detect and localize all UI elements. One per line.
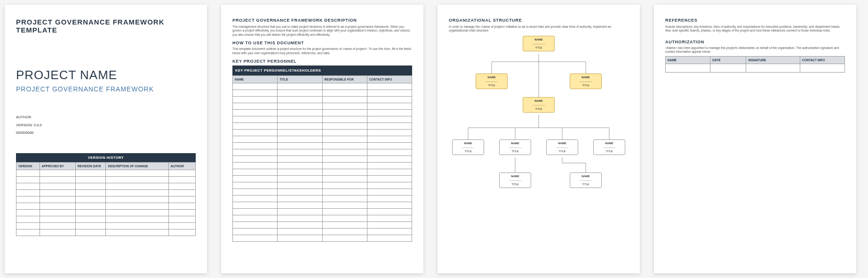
table-row (233, 229, 412, 235)
org-structure-text: In order to manage the <name of project>… (449, 25, 629, 33)
org-node-l1-left: NAME - - - - - - - - - - - - - TITLE (476, 74, 508, 89)
table-row (233, 202, 412, 209)
table-row (233, 235, 412, 242)
table-row (16, 196, 196, 203)
table-row (16, 183, 196, 189)
table-row (16, 176, 196, 183)
table-row (233, 83, 412, 90)
table-row (233, 176, 412, 182)
org-node-l1-right: NAME - - - - - - - - - - - - - TITLE (570, 74, 602, 89)
table-row (233, 209, 412, 215)
org-node-l2-center: NAME - - - - - - - - - - - - - TITLE (523, 97, 555, 113)
subtitle: PROJECT GOVERNANCE FRAMEWORK (16, 85, 196, 93)
vh-col-description: DESCRIPTION OF CHANGE (106, 162, 168, 170)
authorization-table: NAME DATE SIGNATURE CONTACT INFO (665, 56, 845, 73)
table-row (233, 97, 412, 103)
page-3-org-structure: ORGANIZATIONAL STRUCTURE In order to man… (438, 5, 640, 273)
org-chart: NAME - - - - - - - - - - - - - TITLE NAM… (449, 36, 629, 243)
auth-col-contact: CONTACT INFO (800, 56, 844, 64)
table-row (233, 136, 412, 143)
table-row (233, 156, 412, 163)
org-node-l3-4: NAME - - - - - - - - - - - - - TITLE (593, 139, 625, 155)
personnel-col-title: TITLE (278, 76, 322, 83)
vh-col-version: VERSION (16, 162, 40, 170)
personnel-col-responsible: RESPONSIBLE FOR (322, 76, 367, 83)
org-node-root: NAME - - - - - - - - - - - - - TITLE (523, 36, 555, 51)
version-label: VERSION: 0.0.0 (16, 122, 196, 130)
howto-text: This template document outlines a projec… (232, 47, 412, 55)
version-history-table: VERSION APPROVED BY REVISION DATE DESCRI… (16, 162, 196, 236)
org-node-l3-2: NAME - - - - - - - - - - - - - TITLE (499, 139, 531, 155)
references-heading: REFERENCES (665, 18, 845, 23)
table-row (233, 222, 412, 229)
table-row (233, 103, 412, 110)
personnel-table: NAME TITLE RESPONSIBLE FOR CONTACT INFO (232, 75, 412, 242)
table-row (16, 170, 196, 176)
table-row (233, 163, 412, 169)
table-row (233, 116, 412, 123)
vh-col-author: AUTHOR (168, 162, 195, 170)
personnel-col-name: NAME (233, 76, 278, 83)
table-row (233, 182, 412, 189)
vh-col-approved-by: APPROVED BY (40, 162, 75, 170)
org-node-l3-1: NAME - - - - - - - - - - - - - TITLE (452, 139, 484, 155)
table-row (233, 110, 412, 116)
table-row (233, 189, 412, 196)
auth-col-date: DATE (710, 56, 746, 64)
org-node-l4-2: NAME - - - - - - - - - - - - - TITLE (570, 172, 602, 188)
table-row (233, 169, 412, 176)
page-4-references: REFERENCES Include descriptions, key fun… (654, 5, 856, 273)
auth-col-signature: SIGNATURE (746, 56, 800, 64)
table-row (233, 90, 412, 97)
authorization-heading: AUTHORIZATION (665, 40, 845, 44)
org-structure-heading: ORGANIZATIONAL STRUCTURE (449, 18, 629, 23)
org-node-l4-1: NAME - - - - - - - - - - - - - TITLE (499, 172, 531, 188)
personnel-col-contact: CONTACT INFO (367, 76, 412, 83)
table-row (233, 196, 412, 202)
vh-col-revision-date: REVISION DATE (75, 162, 106, 170)
authorization-text: <Name> has been appointed to manage this… (665, 46, 845, 54)
howto-heading: HOW TO USE THIS DOCUMENT (232, 41, 412, 45)
table-row (233, 149, 412, 156)
version-history-title: VERSION HISTORY (16, 153, 196, 162)
description-heading: PROJECT GOVERNANCE FRAMEWORK DESCRIPTION (232, 18, 412, 23)
author-label: AUTHOR: (16, 114, 196, 122)
template-title: PROJECT GOVERNANCE FRAMEWORK TEMPLATE (16, 18, 196, 34)
page-2-description: PROJECT GOVERNANCE FRAMEWORK DESCRIPTION… (221, 5, 423, 273)
table-row (16, 209, 196, 216)
page-1-cover: PROJECT GOVERNANCE FRAMEWORK TEMPLATE PR… (5, 5, 207, 273)
date-label: 00/00/0000 (16, 129, 196, 137)
table-row (233, 215, 412, 222)
table-row (16, 222, 196, 229)
table-row (16, 189, 196, 196)
references-text: Include descriptions, key functions, lin… (665, 25, 845, 33)
table-row (666, 64, 845, 72)
personnel-heading: KEY PROJECT PERSONNEL (232, 59, 412, 64)
auth-col-name: NAME (666, 56, 710, 64)
table-row (16, 229, 196, 236)
org-node-l3-3: NAME - - - - - - - - - - - - - TITLE (546, 139, 578, 155)
table-row (233, 143, 412, 149)
table-row (16, 216, 196, 222)
table-row (16, 203, 196, 209)
personnel-table-title: KEY PROJECT PERSONNEL/STAKEHOLDERS (232, 65, 412, 75)
description-text: The management structure that you use to… (232, 25, 412, 37)
project-name-heading: PROJECT NAME (16, 68, 196, 82)
table-row (233, 123, 412, 130)
table-row (233, 130, 412, 136)
